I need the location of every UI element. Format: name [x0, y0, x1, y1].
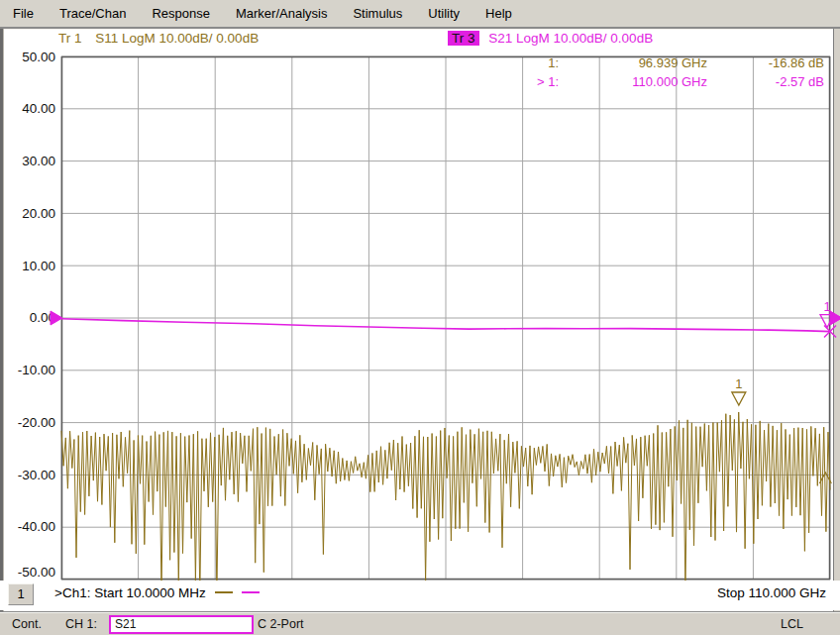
marker1-frequency: 96.939 GHz [559, 53, 707, 72]
marker-triangle [732, 392, 746, 405]
trace3-badge[interactable]: Tr 3 [448, 31, 479, 46]
y-axis-label-20: 20.00 [2, 206, 55, 221]
menu-item-marker-analysis[interactable]: Marker/Analysis [223, 2, 340, 25]
y-axis-label-n50: -50.00 [2, 565, 55, 580]
sweep-mode-label: Cont. [12, 617, 42, 631]
y-axis-label-50: 50.00 [2, 50, 55, 64]
measurement-box[interactable]: S21 [109, 615, 254, 634]
start-frequency-label[interactable]: >Ch1: Start 10.0000 MHz [54, 585, 260, 600]
marker-number: 1 [823, 299, 830, 314]
plot-area[interactable]: 11 [61, 56, 830, 580]
marker1-active-label: > 1: [493, 72, 559, 91]
marker1-label: 1: [493, 53, 559, 72]
start-frequency-text: >Ch1: Start 10.0000 MHz [54, 585, 206, 600]
vna-screen: File Trace/Chan Response Marker/Analysis… [0, 0, 840, 635]
status-bar: Cont. CH 1: S21 C 2-Port LCL [0, 611, 840, 635]
menu-bar: File Trace/Chan Response Marker/Analysis… [0, 0, 840, 27]
trace1-params: S11 LogM 10.00dB/ 0.00dB [95, 31, 259, 46]
marker-readout-row-trace1: 1: 96.939 GHz -16.86 dB [493, 53, 830, 72]
trace3-params: S21 LogM 10.00dB/ 0.00dB [488, 31, 653, 46]
trace1-badge[interactable]: Tr 1 [54, 31, 86, 46]
menu-item-utility[interactable]: Utility [415, 2, 472, 25]
channel-1-button[interactable]: 1 [8, 583, 34, 605]
reference-level-arrow-left [51, 311, 62, 325]
menu-separator [0, 27, 840, 30]
marker1-active-frequency: 110.000 GHz [559, 72, 707, 91]
marker-readout-row-trace3: > 1: 110.000 GHz -2.57 dB [493, 72, 830, 91]
marker1-value: -16.86 dB [707, 53, 824, 72]
y-axis-label-n20: -20.00 [2, 415, 55, 430]
plot-svg: 11 [61, 56, 830, 580]
y-axis-label-0: 0.00 [2, 310, 55, 325]
trace1-title[interactable]: Tr 1 S11 LogM 10.00dB/ 0.00dB [54, 31, 259, 46]
y-axis-label-n30: -30.00 [2, 468, 55, 482]
y-axis-label-n10: -10.00 [2, 363, 55, 377]
menu-item-stimulus[interactable]: Stimulus [340, 2, 415, 25]
y-axis-label-n40: -40.00 [2, 519, 55, 534]
trace1-color-dash [215, 591, 233, 593]
stop-frequency-label[interactable]: Stop 110.000 GHz [717, 585, 826, 600]
marker1-active-value: -2.57 dB [707, 72, 824, 91]
marker-readout: 1: 96.939 GHz -16.86 dB > 1: 110.000 GHz… [493, 53, 830, 91]
marker-number: 1 [735, 376, 742, 391]
calibration-label: C 2-Port [258, 617, 304, 631]
channel-label: CH 1: [65, 617, 97, 631]
menu-item-response[interactable]: Response [139, 2, 223, 25]
menu-item-trace-chan[interactable]: Trace/Chan [47, 2, 139, 25]
trace3-title[interactable]: Tr 3 S21 LogM 10.00dB/ 0.00dB [448, 31, 653, 46]
trace-title-row: Tr 1 S11 LogM 10.00dB/ 0.00dB Tr 3 S21 L… [0, 31, 840, 53]
y-axis-label-10: 10.00 [2, 259, 55, 273]
stimulus-row: 1 >Ch1: Start 10.0000 MHz Stop 110.000 G… [0, 581, 840, 610]
menu-item-help[interactable]: Help [472, 2, 525, 25]
y-axis-label-40: 40.00 [2, 101, 55, 116]
lcl-label: LCL [781, 617, 803, 631]
menu-item-file[interactable]: File [0, 2, 47, 25]
y-axis-label-30: 30.00 [2, 154, 55, 168]
trace3-color-dash [242, 591, 260, 593]
